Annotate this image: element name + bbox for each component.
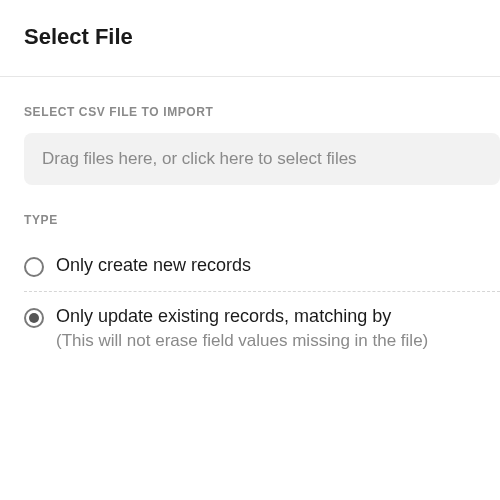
radio-option-create[interactable]: Only create new records	[24, 241, 500, 291]
radio-subtext: (This will not erase field values missin…	[56, 331, 428, 351]
radio-icon	[24, 257, 44, 277]
type-radio-group: Only create new records Only update exis…	[24, 241, 500, 365]
radio-icon	[24, 308, 44, 328]
radio-option-update[interactable]: Only update existing records, matching b…	[24, 292, 500, 365]
type-section-label: TYPE	[24, 213, 500, 227]
page-title: Select File	[24, 24, 500, 50]
file-section-label: SELECT CSV FILE TO IMPORT	[24, 105, 500, 119]
csv-dropzone[interactable]: Drag files here, or click here to select…	[24, 133, 500, 185]
radio-label: Only create new records	[56, 255, 251, 276]
radio-label: Only update existing records, matching b…	[56, 306, 428, 327]
title-divider	[0, 76, 500, 77]
